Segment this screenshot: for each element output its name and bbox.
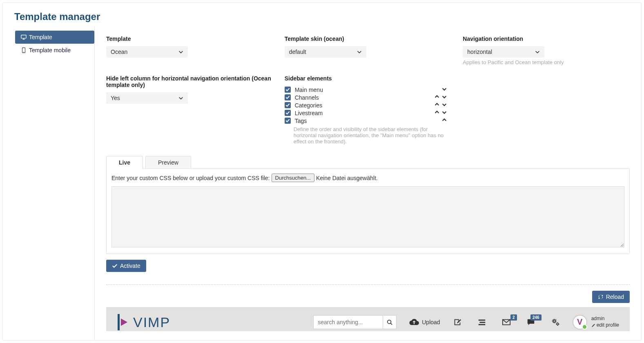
label-hide-left: Hide left column for horizontal navigati… [106,75,273,88]
sidebar-element-label: Livestream [295,110,433,116]
mobile-icon [21,47,27,53]
search-input[interactable] [313,315,383,329]
label-template: Template [106,36,273,42]
sidebar-element-label: Tags [295,118,441,124]
select-skin[interactable]: default [285,46,366,58]
mail-icon [501,318,511,327]
pencil-icon [591,323,595,327]
sidebar-element-row: Livestream [285,109,448,117]
css-textarea[interactable] [111,186,624,247]
sidebar-element-label: Channels [295,94,433,101]
no-file-label: Keine Datei ausgewählt. [316,175,378,181]
hint-sidebar-elements: Define the order and visibility of the s… [285,126,448,145]
pencil-square-icon [452,318,462,327]
list-icon-link[interactable] [477,318,487,327]
edit-profile-link[interactable]: edit profile [591,322,619,329]
mail-icon-link[interactable]: 2 [501,318,511,327]
search-icon [387,319,392,325]
sidebar-element-row: Tags [285,117,448,125]
select-nav[interactable]: horizontal [463,46,544,58]
sidebar-element-row: Categories [285,101,448,109]
upload-link[interactable]: Upload [409,318,440,327]
logo-text: VIMP [133,314,170,330]
hint-nav: Applies to Pacific and Ocean template on… [463,59,630,65]
settings-icon-link[interactable] [550,318,560,327]
sidebar-element-row: Main menu [285,86,448,94]
activate-label: Activate [120,263,140,269]
select-hide-left[interactable]: Yes [106,92,188,104]
svg-marker-4 [121,318,127,326]
move-up[interactable] [433,109,441,116]
checkbox[interactable] [285,102,291,108]
monitor-icon [21,34,27,40]
checkbox[interactable] [285,94,291,100]
checkbox[interactable] [285,110,291,116]
sidebar-element-label: Main menu [295,87,441,93]
check-icon [112,263,118,269]
user-menu[interactable]: V admin edit profile [573,315,619,330]
move-down[interactable] [441,86,448,93]
badge-mail: 2 [510,314,517,321]
tab-live[interactable]: Live [106,156,143,169]
checkbox[interactable] [285,87,291,93]
sidebar-element-label: Categories [295,102,433,109]
move-up[interactable] [441,117,448,124]
label-sidebar-elements: Sidebar elements [285,75,630,82]
move-down[interactable] [441,94,448,101]
svg-point-10 [557,323,559,325]
css-prompt: Enter your custom CSS below or upload yo… [111,175,270,181]
activate-button[interactable]: Activate [106,260,146,272]
cloud-upload-icon [409,318,419,327]
svg-point-5 [388,320,391,324]
page-title: Template manager [3,3,641,27]
avatar: V [573,315,587,330]
svg-point-9 [553,320,555,323]
reload-button[interactable]: Reload [592,291,630,303]
sidebar-item-label: Template [29,34,52,40]
svg-rect-7 [479,322,485,323]
search-button[interactable] [383,315,397,329]
browse-button[interactable]: Durchsuchen... [272,174,314,182]
sidebar-item-template[interactable]: Template [15,31,94,44]
svg-rect-6 [478,320,485,321]
badge-chat: 246 [530,314,541,321]
svg-rect-8 [478,324,485,325]
footer: VIMP Upload [106,307,630,331]
sidebar-element-row: Channels [285,94,448,101]
sidebar-item-label: Template mobile [29,47,71,53]
reload-label: Reload [606,294,624,300]
list-icon [477,318,487,327]
logo: VIMP [117,313,170,331]
move-up[interactable] [433,94,441,101]
tab-preview[interactable]: Preview [145,156,191,169]
move-down[interactable] [441,109,448,116]
gears-icon [550,318,560,327]
svg-rect-0 [21,35,26,38]
sidebar-item-template-mobile[interactable]: Template mobile [15,44,94,57]
move-up[interactable] [433,102,441,109]
upload-label: Upload [422,319,440,325]
checkbox[interactable] [285,118,291,124]
label-skin: Template skin (ocean) [285,36,452,42]
sidebar-elements-list: Main menuChannelsCategoriesLivestreamTag… [285,86,448,125]
select-template[interactable]: Ocean [106,46,188,58]
move-down[interactable] [441,102,448,109]
svg-rect-3 [118,314,120,330]
label-nav: Navigation orientation [463,36,630,42]
chat-icon-link[interactable]: 246 [526,318,536,327]
sidebar: Template Template mobile [3,27,95,340]
svg-point-2 [23,52,24,52]
edit-icon-link[interactable] [452,318,462,327]
refresh-icon [598,294,604,300]
username: admin [591,316,619,322]
